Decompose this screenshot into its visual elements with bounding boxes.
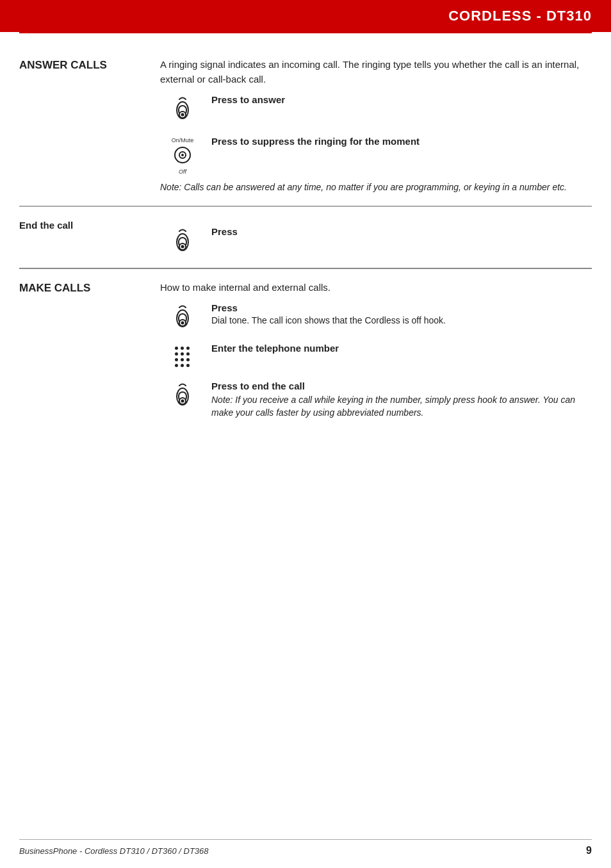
answer-calls-body: A ringing signal indicates an incoming c… — [154, 58, 592, 194]
section-make-calls: MAKE CALLS How to make internal and exte… — [19, 269, 592, 431]
handset-icon-end2 — [170, 382, 195, 411]
keypad-dot — [186, 358, 190, 361]
sub-item-text-end-call: Press — [205, 226, 592, 238]
sub-item-end-call: Press — [160, 226, 592, 256]
svg-point-3 — [181, 113, 184, 117]
keypad-dot — [181, 358, 184, 361]
sub-item-text-make-press: Press Dial tone. The call icon shows tha… — [205, 302, 592, 327]
svg-point-6 — [181, 154, 184, 156]
section-end-call: End the call Press — [19, 207, 592, 268]
keypad-dot — [181, 364, 184, 367]
icon-col-handset-end — [160, 226, 205, 256]
on-mute-label: On/Mute — [172, 137, 194, 143]
off-label: Off — [179, 168, 186, 175]
make-calls-description: How to make internal and external calls. — [160, 281, 592, 295]
sub-item-text-press-answer: Press to answer — [205, 94, 592, 106]
press-end-heading: Press to end the call — [211, 381, 592, 391]
footer-text: BusinessPhone - Cordless DT310 / DT360 /… — [19, 846, 209, 856]
keypad-dot — [175, 352, 178, 356]
keypad-dot — [181, 352, 184, 356]
svg-point-14 — [181, 322, 184, 325]
header-title: CORDLESS - DT310 — [448, 8, 592, 24]
sub-item-press-answer: Press to answer — [160, 94, 592, 124]
make-calls-body: How to make internal and external calls. — [154, 281, 592, 420]
make-press-heading: Press — [211, 302, 592, 313]
svg-point-18 — [181, 400, 184, 403]
sub-item-make-press: Press Dial tone. The call icon shows tha… — [160, 302, 592, 332]
keypad-dot — [186, 347, 190, 350]
answer-calls-label: ANSWER CALLS — [19, 58, 154, 72]
handset-icon-make — [170, 304, 195, 332]
end-call-press-heading: Press — [211, 226, 592, 237]
sub-item-enter-number: Enter the telephone number — [160, 343, 592, 370]
icon-col-handset-end2 — [160, 381, 205, 411]
icon-col-keypad — [160, 343, 205, 370]
main-content: ANSWER CALLS A ringing signal indicates … — [0, 33, 611, 456]
answer-calls-description: A ringing signal indicates an incoming c… — [160, 58, 592, 86]
keypad-icon — [175, 347, 190, 368]
svg-point-10 — [181, 245, 184, 248]
handset-icon-1 — [170, 95, 195, 124]
handset-icon-end — [170, 227, 195, 256]
end-call-body: Press — [154, 218, 592, 256]
answer-calls-note: Note: Calls can be answered at any time,… — [160, 181, 592, 194]
keypad-dot — [186, 352, 190, 356]
sub-item-suppress: On/Mute Off Press to suppress the ringin… — [160, 136, 592, 175]
keypad-dot — [175, 358, 178, 361]
enter-number-heading: Enter the telephone number — [211, 343, 592, 354]
sub-item-text-press-end: Press to end the call Note: If you recei… — [205, 381, 592, 419]
keypad-dot — [186, 364, 190, 367]
keypad-dot — [181, 347, 184, 350]
make-press-desc: Dial tone. The call icon shows that the … — [211, 315, 592, 327]
keypad-dot — [175, 347, 178, 350]
make-calls-label: MAKE CALLS — [19, 281, 154, 295]
header-bar: CORDLESS - DT310 — [0, 0, 611, 32]
press-answer-heading: Press to answer — [211, 94, 592, 105]
make-calls-note: Note: If you receive a call while keying… — [211, 394, 592, 419]
sub-item-press-end: Press to end the call Note: If you recei… — [160, 381, 592, 419]
suppress-heading: Press to suppress the ringing for the mo… — [211, 136, 592, 147]
footer: BusinessPhone - Cordless DT310 / DT360 /… — [19, 839, 592, 856]
icon-col-handset-make — [160, 302, 205, 332]
icon-col-handset-mute: On/Mute Off — [160, 136, 205, 175]
sub-item-text-enter-number: Enter the telephone number — [205, 343, 592, 355]
icon-col-handset-1 — [160, 94, 205, 124]
footer-page: 9 — [586, 845, 592, 856]
keypad-dot — [175, 364, 178, 367]
handset-icon-mute — [172, 145, 193, 167]
section-answer-calls: ANSWER CALLS A ringing signal indicates … — [19, 46, 592, 206]
sub-item-text-suppress: Press to suppress the ringing for the mo… — [205, 136, 592, 148]
end-call-label: End the call — [19, 218, 154, 231]
